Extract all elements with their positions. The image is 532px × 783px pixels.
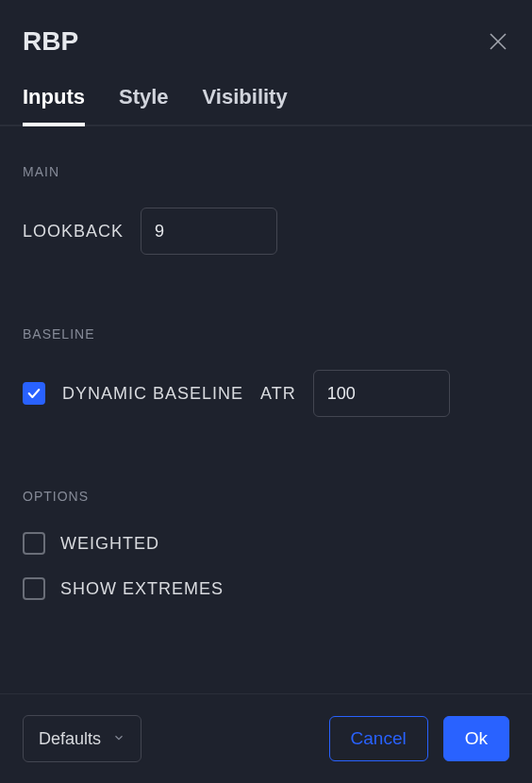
chevron-down-icon bbox=[112, 729, 125, 749]
tab-inputs[interactable]: Inputs bbox=[23, 85, 85, 126]
dynamic-baseline-checkbox[interactable] bbox=[23, 382, 45, 405]
row-weighted: WEIGHTED bbox=[23, 532, 509, 555]
atr-input[interactable] bbox=[313, 370, 450, 417]
cancel-label: Cancel bbox=[351, 728, 407, 749]
dialog-footer: Defaults Cancel Ok bbox=[0, 693, 532, 783]
tab-bar: Inputs Style Visibility bbox=[0, 57, 532, 126]
show-extremes-checkbox[interactable] bbox=[23, 577, 45, 600]
dynamic-baseline-label: DYNAMIC BASELINE bbox=[62, 384, 243, 404]
dialog-header: RBP bbox=[0, 0, 532, 57]
cancel-button[interactable]: Cancel bbox=[329, 716, 428, 761]
weighted-label: WEIGHTED bbox=[60, 534, 159, 554]
defaults-label: Defaults bbox=[39, 729, 101, 749]
show-extremes-label: SHOW EXTREMES bbox=[60, 579, 224, 599]
close-button[interactable] bbox=[487, 30, 509, 53]
dialog-content: MAIN LOOKBACK BASELINE DYNAMIC BASELINE … bbox=[0, 126, 532, 693]
section-heading-baseline: BASELINE bbox=[23, 326, 509, 342]
row-dynamic-baseline: DYNAMIC BASELINE ATR bbox=[23, 370, 509, 417]
lookback-label: LOOKBACK bbox=[23, 222, 124, 242]
close-icon bbox=[487, 30, 509, 53]
settings-dialog: RBP Inputs Style Visibility MAIN LOOKBAC… bbox=[0, 0, 532, 783]
defaults-dropdown[interactable]: Defaults bbox=[23, 715, 141, 762]
footer-actions: Cancel Ok bbox=[329, 716, 509, 761]
tab-visibility[interactable]: Visibility bbox=[203, 85, 288, 126]
checkmark-icon bbox=[26, 386, 42, 401]
section-heading-main: MAIN bbox=[23, 164, 509, 179]
row-lookback: LOOKBACK bbox=[23, 208, 509, 255]
lookback-input[interactable] bbox=[141, 208, 277, 255]
dialog-title: RBP bbox=[23, 26, 78, 57]
row-show-extremes: SHOW EXTREMES bbox=[23, 577, 509, 600]
weighted-checkbox[interactable] bbox=[23, 532, 45, 555]
atr-label: ATR bbox=[260, 384, 296, 404]
ok-label: Ok bbox=[465, 728, 488, 749]
tab-style[interactable]: Style bbox=[119, 85, 169, 126]
section-heading-options: OPTIONS bbox=[23, 489, 509, 504]
ok-button[interactable]: Ok bbox=[443, 716, 509, 761]
